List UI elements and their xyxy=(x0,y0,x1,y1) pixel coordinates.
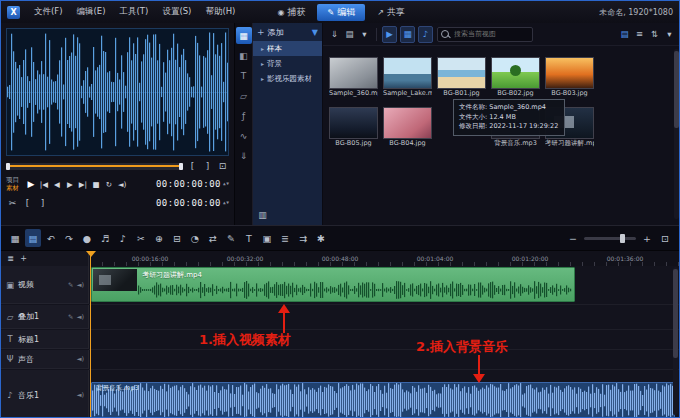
undo-icon[interactable]: ↶ xyxy=(43,229,59,247)
timeline-view-icon[interactable]: ▤ xyxy=(25,229,41,247)
browser-scrollbar[interactable] xyxy=(674,49,679,219)
media-item[interactable]: BG-B02.jpg xyxy=(491,57,540,98)
thumbnail-view-icon[interactable]: ▤ xyxy=(618,27,631,42)
library-item-backgrounds[interactable]: ▸ 背景 xyxy=(253,56,322,71)
trim-end-handle[interactable] xyxy=(179,163,183,170)
show-photos-icon[interactable]: ▦ xyxy=(400,26,415,43)
music-track-header[interactable]: ♪ 音乐1 ◄) xyxy=(1,370,89,418)
overlay-track-body[interactable] xyxy=(89,305,679,330)
painting-creator-icon[interactable]: ✎ xyxy=(223,229,239,247)
menu-item-edit[interactable]: 编辑(E) xyxy=(71,3,112,21)
previous-frame-button[interactable]: ◀ xyxy=(51,178,63,191)
zoom-slider[interactable] xyxy=(584,237,636,240)
add-track-icon[interactable]: + xyxy=(18,253,29,265)
fit-timeline-icon[interactable]: ⊡ xyxy=(657,229,673,247)
zoom-out-icon[interactable]: − xyxy=(565,229,581,247)
menu-item-tools[interactable]: 工具(T) xyxy=(114,3,155,21)
library-item-movie-park[interactable]: ▸ 影视乐园素材 xyxy=(253,71,322,86)
3d-title-icon[interactable]: T xyxy=(241,229,257,247)
library-add-header[interactable]: + 添加 ▼ xyxy=(253,23,322,41)
graphics-icon[interactable]: ▱ xyxy=(236,87,252,104)
title-track-body[interactable] xyxy=(89,330,679,350)
trim-scrub-bar[interactable] xyxy=(6,163,183,170)
tab-share[interactable]: ↗ 共享 xyxy=(367,4,415,21)
tab-capture[interactable]: ◉ 捕获 xyxy=(267,4,315,21)
filter-funnel-icon[interactable]: ▼ xyxy=(312,28,318,37)
clip-mode-label[interactable]: 素材 xyxy=(6,184,19,192)
media-thumbnail[interactable] xyxy=(329,57,378,89)
end-button[interactable]: ▶| xyxy=(77,178,89,191)
organize-library-icon[interactable]: ▤ xyxy=(343,27,356,42)
redo-icon[interactable]: ↷ xyxy=(61,229,77,247)
playhead-marker-icon[interactable] xyxy=(86,251,96,257)
timecode-spinner-icons[interactable]: ▲▼ xyxy=(223,182,229,186)
voice-track-body[interactable] xyxy=(89,350,679,370)
media-item[interactable]: BG-B04.jpg xyxy=(383,107,432,148)
scrollbar-thumb[interactable] xyxy=(673,269,678,358)
motion-tracking-icon[interactable]: ⊕ xyxy=(151,229,167,247)
track-mute-icon[interactable]: ◄) xyxy=(76,355,84,363)
sound-mixer-icon[interactable]: ♬ xyxy=(97,229,113,247)
zoom-in-icon[interactable]: + xyxy=(639,229,655,247)
media-item[interactable]: BG-B03.jpg xyxy=(545,57,594,98)
library-menu-icon[interactable]: ▾ xyxy=(358,27,371,42)
split-clip-icon[interactable]: ✂ xyxy=(133,229,149,247)
import-media-icon[interactable]: ⇓ xyxy=(328,27,341,42)
project-mode-label[interactable]: 项目 xyxy=(6,176,19,184)
titles-icon[interactable]: T xyxy=(236,67,252,84)
menu-item-file[interactable]: 文件(F) xyxy=(28,3,69,21)
track-mute-icon[interactable]: ◄) xyxy=(76,281,84,289)
trim-marker-out-icon[interactable]: ] xyxy=(36,196,49,210)
media-item[interactable]: Sample_360.mp4 xyxy=(329,57,378,98)
trim-start-handle[interactable] xyxy=(6,163,10,170)
media-thumbnail[interactable] xyxy=(383,107,432,139)
track-list-icon[interactable]: ≣ xyxy=(5,253,16,265)
transitions-icon[interactable]: ◧ xyxy=(236,47,252,64)
settings-icon[interactable]: ✱ xyxy=(313,229,329,247)
video-track-body[interactable]: 考研习题讲解.mp4 xyxy=(89,266,679,305)
video-track-header[interactable]: ▣ 视频 ✎ ◄) xyxy=(1,266,89,304)
search-input[interactable] xyxy=(452,29,529,39)
batch-render-icon[interactable]: ▣ xyxy=(259,229,275,247)
speech-to-text-icon[interactable]: ⇄ xyxy=(205,229,221,247)
media-thumbnail[interactable] xyxy=(437,57,486,89)
timecode-spinner-icons-2[interactable]: ▲▼ xyxy=(223,201,229,205)
play-button[interactable]: ▶ xyxy=(25,178,37,191)
split-clip-icon[interactable]: ✂ xyxy=(6,196,19,210)
instant-project-icon[interactable]: ▥ xyxy=(256,208,269,222)
ripple-edit-icon[interactable]: ⇉ xyxy=(295,229,311,247)
home-button[interactable]: |◀ xyxy=(38,178,50,191)
video-clip[interactable]: 考研习题讲解.mp4 xyxy=(91,267,575,302)
media-thumbnail[interactable] xyxy=(491,57,540,89)
scrollbar-thumb[interactable] xyxy=(674,51,679,128)
next-frame-button[interactable]: ▶ xyxy=(64,178,76,191)
storyboard-view-icon[interactable]: ▦ xyxy=(7,229,23,247)
trim-marker-in-icon[interactable]: [ xyxy=(21,196,34,210)
library-item-samples[interactable]: ▸ 样本 xyxy=(253,41,322,56)
timeline-ruler[interactable]: 00:00:16:00 00:00:32:00 00:00:48:00 00:0… xyxy=(90,251,679,267)
motion-path-icon[interactable]: ∿ xyxy=(236,127,252,144)
tab-edit[interactable]: ✎ 编辑 xyxy=(317,4,365,21)
show-audio-icon[interactable]: ♪ xyxy=(418,26,433,43)
playhead-line[interactable] xyxy=(90,251,91,418)
auto-music-icon[interactable]: ♪ xyxy=(115,229,131,247)
media-thumbnail[interactable] xyxy=(545,57,594,89)
search-box[interactable] xyxy=(437,27,533,42)
title-track-header[interactable]: T 标题1 xyxy=(1,330,89,349)
sort-icon[interactable]: ⇅ xyxy=(648,27,661,42)
media-item[interactable]: BG-B05.jpg xyxy=(329,107,378,148)
music-clip[interactable]: 背景音乐.mp3 xyxy=(91,382,675,418)
media-item[interactable]: BG-B01.jpg xyxy=(437,57,486,98)
menu-item-help[interactable]: 帮助(H) xyxy=(199,3,241,21)
record-capture-icon[interactable]: ● xyxy=(79,229,95,247)
music-track-body[interactable]: 背景音乐.mp3 xyxy=(89,370,679,418)
filters-icon[interactable]: ƒ xyxy=(236,107,252,124)
track-edit-icon[interactable]: ✎ xyxy=(68,281,73,289)
zoom-slider-thumb[interactable] xyxy=(620,234,625,243)
track-manager-icon[interactable]: ≣ xyxy=(277,229,293,247)
mark-in-icon[interactable]: [ xyxy=(186,159,199,173)
track-mute-icon[interactable]: ◄) xyxy=(76,391,84,399)
menu-item-settings[interactable]: 设置(S) xyxy=(156,3,197,21)
more-downloads-icon[interactable]: ⇓ xyxy=(236,147,252,164)
view-options-icon[interactable]: ▾ xyxy=(663,27,676,42)
